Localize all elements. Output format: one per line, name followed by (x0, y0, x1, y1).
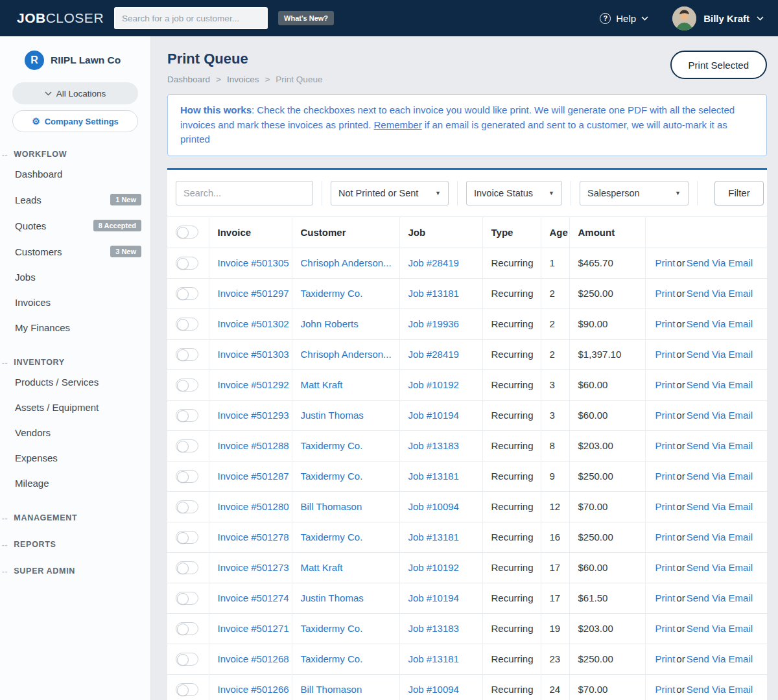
print-link[interactable]: Print (655, 501, 676, 512)
row-select-toggle[interactable] (176, 592, 198, 605)
sidebar-item-leads[interactable]: Leads1 New (0, 187, 150, 213)
invoice-link[interactable]: Invoice #501271 (218, 623, 289, 634)
locations-dropdown[interactable]: All Locations (12, 82, 138, 104)
print-link[interactable]: Print (655, 562, 676, 573)
print-link[interactable]: Print (655, 531, 676, 542)
customer-link[interactable]: Taxidermy Co. (301, 440, 363, 451)
print-link[interactable]: Print (655, 684, 676, 695)
send-via-email-link[interactable]: Send Via Email (687, 562, 753, 573)
send-via-email-link[interactable]: Send Via Email (687, 471, 753, 482)
row-select-toggle[interactable] (176, 622, 198, 635)
invoice-link[interactable]: Invoice #501302 (218, 318, 289, 329)
send-via-email-link[interactable]: Send Via Email (687, 623, 753, 634)
customer-link[interactable]: Chrisoph Anderson... (301, 257, 392, 268)
send-via-email-link[interactable]: Send Via Email (687, 440, 753, 451)
sidebar-item-customers[interactable]: Customers3 New (0, 239, 150, 264)
invoice-link[interactable]: Invoice #501292 (218, 379, 289, 390)
send-via-email-link[interactable]: Send Via Email (687, 318, 753, 329)
row-select-toggle[interactable] (176, 409, 198, 422)
job-link[interactable]: Job #10194 (408, 410, 459, 421)
print-link[interactable]: Print (655, 592, 676, 603)
global-search-input[interactable] (114, 7, 268, 29)
send-via-email-link[interactable]: Send Via Email (687, 410, 753, 421)
table-search-input[interactable] (176, 181, 313, 205)
invoice-link[interactable]: Invoice #501274 (218, 592, 289, 603)
print-link[interactable]: Print (655, 318, 676, 329)
print-link[interactable]: Print (655, 257, 676, 268)
row-select-toggle[interactable] (176, 653, 198, 666)
print-link[interactable]: Print (655, 440, 676, 451)
row-select-toggle[interactable] (176, 683, 198, 696)
row-select-toggle[interactable] (176, 500, 198, 513)
print-link[interactable]: Print (655, 623, 676, 634)
job-link[interactable]: Job #13181 (408, 288, 459, 299)
invoice-link[interactable]: Invoice #501266 (218, 684, 289, 695)
job-link[interactable]: Job #10192 (408, 562, 459, 573)
row-select-toggle[interactable] (176, 439, 198, 452)
sidebar-item-expenses[interactable]: Expenses (0, 445, 150, 471)
filter-button[interactable]: Filter (714, 181, 764, 205)
sidebar-item-my-finances[interactable]: My Finances (0, 315, 150, 340)
sidebar-item-vendors[interactable]: Vendors (0, 420, 150, 445)
customer-link[interactable]: Bill Thomason (301, 501, 362, 512)
invoice-link[interactable]: Invoice #501305 (218, 257, 289, 268)
invoice-link[interactable]: Invoice #501273 (218, 562, 289, 573)
sidebar-item-products-services[interactable]: Products / Services (0, 369, 150, 395)
send-via-email-link[interactable]: Send Via Email (687, 379, 753, 390)
sidebar-item-quotes[interactable]: Quotes8 Accepted (0, 213, 150, 239)
print-selected-button[interactable]: Print Selected (670, 51, 767, 79)
sidebar-item-dashboard[interactable]: Dashboard (0, 161, 150, 187)
send-via-email-link[interactable]: Send Via Email (687, 257, 753, 268)
customer-link[interactable]: John Roberts (301, 318, 359, 329)
invoice-status-select[interactable]: Invoice Status ▼ (466, 181, 562, 205)
print-link[interactable]: Print (655, 349, 676, 360)
customer-link[interactable]: Taxidermy Co. (301, 623, 363, 634)
send-via-email-link[interactable]: Send Via Email (687, 684, 753, 695)
help-menu[interactable]: ? Help (600, 13, 648, 24)
invoice-link[interactable]: Invoice #501268 (218, 653, 289, 664)
section-header-reports[interactable]: -- REPORTS (0, 540, 150, 549)
job-link[interactable]: Job #13181 (408, 471, 459, 482)
job-link[interactable]: Job #13183 (408, 623, 459, 634)
row-select-toggle[interactable] (176, 561, 198, 574)
sidebar-item-mileage[interactable]: Mileage (0, 471, 150, 496)
breadcrumb-invoices[interactable]: Invoices (227, 75, 259, 84)
customer-link[interactable]: Justin Thomas (301, 410, 364, 421)
customer-link[interactable]: Justin Thomas (301, 592, 364, 603)
select-all-toggle[interactable] (176, 226, 198, 239)
invoice-link[interactable]: Invoice #501293 (218, 410, 289, 421)
job-link[interactable]: Job #10192 (408, 379, 459, 390)
send-via-email-link[interactable]: Send Via Email (687, 349, 753, 360)
invoice-link[interactable]: Invoice #501287 (218, 471, 289, 482)
section-header-management[interactable]: -- MANAGEMENT (0, 513, 150, 522)
breadcrumb-dashboard[interactable]: Dashboard (167, 75, 210, 84)
job-link[interactable]: Job #28419 (408, 257, 459, 268)
job-link[interactable]: Job #13183 (408, 440, 459, 451)
sidebar-item-assets-equipment[interactable]: Assets / Equipment (0, 395, 150, 420)
invoice-link[interactable]: Invoice #501278 (218, 531, 289, 542)
print-link[interactable]: Print (655, 288, 676, 299)
sidebar-item-jobs[interactable]: Jobs (0, 264, 150, 290)
row-select-toggle[interactable] (176, 531, 198, 544)
invoice-link[interactable]: Invoice #501280 (218, 501, 289, 512)
row-select-toggle[interactable] (176, 379, 198, 391)
row-select-toggle[interactable] (176, 318, 198, 331)
customer-link[interactable]: Bill Thomason (301, 684, 362, 695)
job-link[interactable]: Job #13181 (408, 531, 459, 542)
customer-link[interactable]: Taxidermy Co. (301, 653, 363, 664)
customer-link[interactable]: Taxidermy Co. (301, 288, 363, 299)
user-menu-chevron-icon[interactable] (757, 16, 764, 21)
invoice-link[interactable]: Invoice #501303 (218, 349, 289, 360)
print-link[interactable]: Print (655, 653, 676, 664)
row-select-toggle[interactable] (176, 287, 198, 300)
section-header-super-admin[interactable]: -- SUPER ADMIN (0, 566, 150, 576)
row-select-toggle[interactable] (176, 348, 198, 361)
row-select-toggle[interactable] (176, 257, 198, 270)
customer-link[interactable]: Taxidermy Co. (301, 531, 363, 542)
send-via-email-link[interactable]: Send Via Email (687, 653, 753, 664)
invoice-link[interactable]: Invoice #501297 (218, 288, 289, 299)
job-link[interactable]: Job #10194 (408, 592, 459, 603)
customer-link[interactable]: Chrisoph Anderson... (301, 349, 392, 360)
customer-link[interactable]: Taxidermy Co. (301, 471, 363, 482)
print-link[interactable]: Print (655, 379, 676, 390)
